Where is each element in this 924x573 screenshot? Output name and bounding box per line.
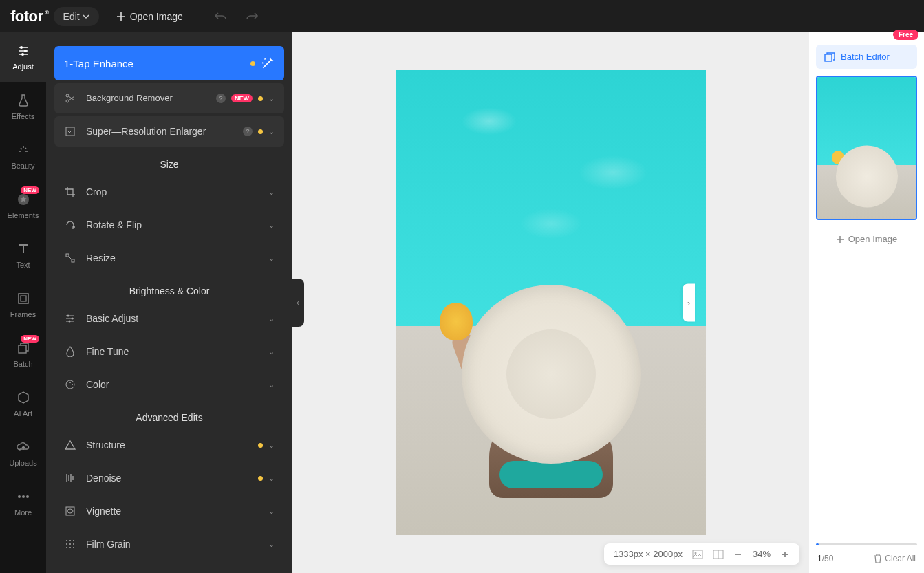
svg-point-16 — [72, 318, 74, 320]
denoise-icon — [64, 472, 76, 484]
trash-icon — [874, 554, 882, 563]
rail-uploads[interactable]: Uploads — [0, 429, 46, 478]
svg-point-23 — [66, 540, 67, 541]
color-tool[interactable]: Color ⌄ — [54, 369, 284, 400]
batch-editor-button[interactable]: Batch Editor — [816, 45, 917, 69]
one-tap-enhance[interactable]: 1-Tap Enhance — [54, 46, 284, 80]
new-badge: NEW — [21, 335, 39, 343]
grain-icon — [64, 538, 76, 550]
chevron-down-icon: ⌄ — [268, 347, 275, 356]
chevron-down-icon: ⌄ — [268, 94, 275, 103]
chevron-down-icon: ⌄ — [268, 441, 275, 450]
svg-point-15 — [67, 315, 69, 317]
zoom-out-button[interactable] — [733, 550, 743, 559]
open-image-button[interactable]: Open Image — [116, 11, 183, 22]
clear-all-button[interactable]: Clear All — [874, 554, 916, 563]
rail-label: Effects — [12, 112, 34, 120]
resize-tool[interactable]: Resize ⌄ — [54, 243, 284, 273]
rail-beauty[interactable]: Beauty — [0, 131, 46, 181]
svg-rect-12 — [66, 127, 74, 136]
collapse-panel-handle[interactable]: ‹ — [292, 279, 304, 327]
svg-point-26 — [66, 543, 67, 545]
svg-rect-32 — [693, 550, 702, 559]
rail-elements[interactable]: NEW Elements — [0, 181, 46, 230]
svg-point-17 — [69, 321, 71, 323]
image-icon[interactable] — [692, 550, 703, 559]
image-thumbnail[interactable] — [816, 76, 917, 220]
film-grain-tool[interactable]: Film Grain ⌄ — [54, 529, 284, 559]
premium-dot-icon — [250, 61, 255, 66]
text-icon — [16, 241, 31, 257]
svg-point-20 — [72, 384, 73, 385]
rail-text[interactable]: Text — [0, 230, 46, 280]
svg-point-24 — [69, 540, 71, 541]
fine-tune-tool[interactable]: Fine Tune ⌄ — [54, 336, 284, 367]
svg-point-33 — [694, 552, 696, 554]
super-resolution[interactable]: Super—Resolution Enlarger ? ⌄ — [54, 116, 284, 147]
palette-icon — [64, 378, 76, 391]
rail-label: Frames — [10, 310, 36, 318]
undo-redo-group — [214, 11, 259, 22]
redo-button[interactable] — [245, 11, 259, 22]
free-badge: Free — [893, 30, 918, 40]
rail-effects[interactable]: Effects — [0, 82, 46, 131]
adjust-icon — [64, 312, 76, 325]
svg-point-10 — [66, 94, 69, 97]
svg-point-29 — [66, 547, 67, 548]
svg-point-7 — [18, 495, 21, 498]
compare-icon[interactable] — [713, 550, 724, 559]
new-badge: NEW — [231, 94, 253, 102]
image-count-progress — [816, 543, 917, 545]
help-icon: ? — [216, 94, 226, 103]
edit-dropdown[interactable]: Edit — [54, 7, 99, 26]
zoom-in-button[interactable] — [780, 550, 790, 559]
svg-point-25 — [73, 540, 74, 541]
plus-icon — [836, 235, 844, 244]
svg-point-0 — [20, 46, 23, 49]
chevron-down-icon: ⌄ — [268, 540, 275, 549]
svg-rect-4 — [19, 294, 28, 303]
vignette-tool[interactable]: Vignette ⌄ — [54, 496, 284, 526]
vignette-icon — [64, 505, 76, 517]
rail-frames[interactable]: Frames — [0, 280, 46, 329]
rail-adjust[interactable]: Adjust — [0, 32, 46, 82]
rail-label: AI Art — [14, 409, 32, 418]
canvas-area: ‹ › 1333px × 2000px 34% — [292, 32, 809, 573]
background-remover[interactable]: Background Remover ? NEW ⌄ — [54, 83, 284, 113]
rail-label: Uploads — [9, 459, 36, 467]
chevron-down-icon: ⌄ — [268, 507, 275, 516]
rail-batch[interactable]: NEW Batch — [0, 329, 46, 379]
rotate-flip-tool[interactable]: Rotate & Flip ⌄ — [54, 210, 284, 240]
chevron-down-icon: ⌄ — [268, 254, 275, 263]
sliders-icon — [16, 43, 31, 58]
chevron-down-icon: ⌄ — [268, 380, 275, 389]
premium-dot-icon — [258, 129, 263, 134]
structure-tool[interactable]: Structure ⌄ — [54, 430, 284, 460]
dots-icon — [16, 489, 31, 504]
svg-point-19 — [69, 382, 71, 383]
svg-rect-35 — [825, 54, 832, 61]
expand-right-panel-handle[interactable]: › — [683, 284, 695, 322]
svg-point-30 — [69, 547, 71, 548]
basic-adjust-tool[interactable]: Basic Adjust ⌄ — [54, 303, 284, 334]
ai-icon — [16, 390, 31, 405]
rail-more[interactable]: More — [0, 478, 46, 528]
svg-point-11 — [66, 100, 69, 102]
premium-dot-icon — [258, 443, 263, 448]
svg-point-31 — [73, 547, 74, 548]
chevron-down-icon: ⌄ — [268, 188, 275, 197]
denoise-tool[interactable]: Denoise ⌄ — [54, 463, 284, 493]
open-image-right-button[interactable]: Open Image — [816, 228, 917, 250]
crop-tool[interactable]: Crop ⌄ — [54, 177, 284, 207]
section-size: Size — [54, 159, 284, 170]
svg-point-27 — [69, 543, 71, 545]
rail-label: Batch — [13, 360, 32, 368]
canvas-image[interactable] — [396, 70, 706, 535]
undo-button[interactable] — [214, 11, 228, 22]
svg-point-8 — [22, 495, 25, 498]
rail-ai-art[interactable]: AI Art — [0, 379, 46, 429]
cloud-upload-icon — [16, 440, 31, 455]
zoom-level: 34% — [753, 549, 771, 559]
logo: fotor® — [10, 8, 43, 25]
wand-icon — [261, 56, 275, 70]
